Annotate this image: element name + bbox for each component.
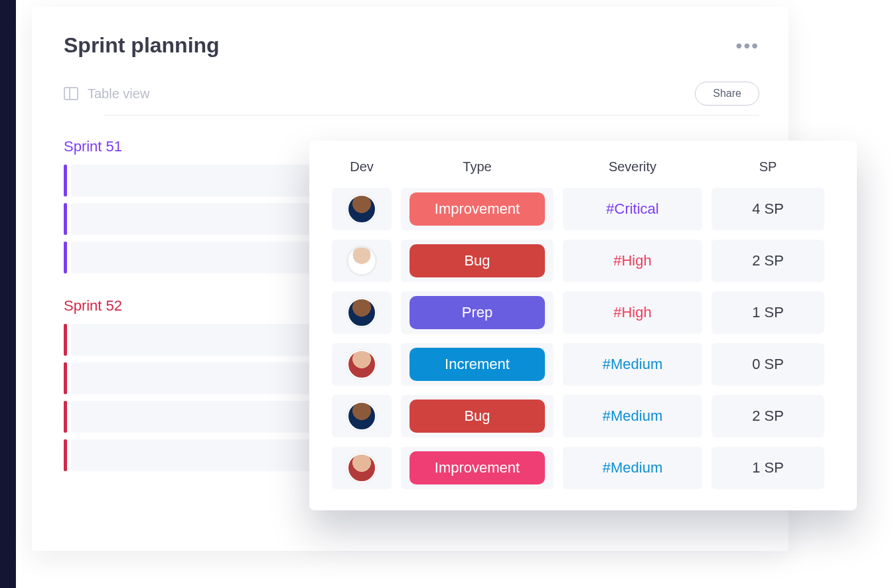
sp-cell[interactable]: 1 SP [711, 447, 824, 489]
type-cell[interactable]: Prep [401, 291, 554, 334]
avatar [347, 350, 376, 379]
row-accent [64, 362, 67, 394]
toolbar-divider [104, 115, 759, 115]
sp-value: 1 SP [752, 304, 784, 321]
panel-header: Sprint planning ••• [64, 33, 759, 58]
avatar [347, 246, 376, 275]
row-accent [64, 242, 67, 273]
sp-cell[interactable]: 2 SP [711, 395, 824, 437]
sp-value: 1 SP [752, 459, 784, 477]
sp-cell[interactable]: 0 SP [711, 343, 824, 386]
dev-cell[interactable] [332, 240, 392, 282]
severity-cell[interactable]: #Medium [563, 395, 702, 437]
severity-cell[interactable]: #High [563, 291, 702, 334]
row-accent [64, 401, 67, 433]
type-pill: Bug [410, 244, 545, 277]
more-menu-icon[interactable]: ••• [736, 35, 759, 56]
avatar [347, 453, 376, 482]
avatar [347, 194, 376, 224]
row-accent [64, 165, 67, 196]
type-cell[interactable]: Bug [401, 395, 554, 437]
type-pill: Improvement [410, 192, 545, 225]
severity-tag: #High [613, 252, 651, 269]
left-nav-strip [0, 0, 16, 588]
task-table: DevTypeSeveritySPImprovement#Critical4 S… [332, 159, 834, 489]
sp-value: 2 SP [752, 252, 784, 269]
column-header: Dev [332, 159, 392, 179]
type-cell[interactable]: Bug [401, 240, 554, 282]
type-pill: Bug [410, 400, 545, 432]
severity-cell[interactable]: #High [563, 240, 702, 282]
type-pill: Improvement [410, 451, 545, 484]
severity-cell[interactable]: #Critical [563, 188, 702, 230]
severity-cell[interactable]: #Medium [563, 447, 702, 489]
dev-cell[interactable] [332, 343, 392, 386]
dev-cell[interactable] [332, 395, 392, 437]
type-cell[interactable]: Improvement [401, 188, 554, 230]
page-title: Sprint planning [64, 33, 220, 58]
share-button[interactable]: Share [695, 82, 759, 106]
type-cell[interactable]: Increment [401, 343, 554, 386]
view-label: Table view [88, 86, 149, 102]
column-header: SP [711, 159, 824, 179]
severity-tag: #Medium [603, 356, 662, 373]
toolbar: Table view Share [64, 82, 759, 106]
severity-tag: #High [613, 304, 651, 321]
dev-cell[interactable] [332, 188, 392, 230]
sp-value: 0 SP [752, 356, 784, 373]
task-table-card: DevTypeSeveritySPImprovement#Critical4 S… [309, 141, 857, 510]
severity-tag: #Medium [603, 407, 662, 425]
table-view-icon [64, 87, 78, 100]
avatar [347, 402, 376, 431]
avatar [347, 298, 376, 327]
sp-value: 4 SP [752, 200, 784, 218]
severity-tag: #Critical [606, 200, 658, 218]
dev-cell[interactable] [332, 447, 392, 489]
row-accent [64, 324, 67, 356]
severity-tag: #Medium [603, 459, 662, 477]
column-header: Type [401, 159, 554, 179]
type-cell[interactable]: Improvement [401, 447, 554, 489]
column-header: Severity [563, 159, 702, 179]
sp-cell[interactable]: 4 SP [711, 188, 824, 230]
row-accent [64, 439, 67, 471]
sp-value: 2 SP [752, 407, 784, 425]
row-accent [64, 203, 67, 235]
sp-cell[interactable]: 1 SP [711, 291, 824, 334]
type-pill: Prep [410, 296, 545, 329]
dev-cell[interactable] [332, 291, 392, 334]
severity-cell[interactable]: #Medium [563, 343, 702, 386]
view-switch[interactable]: Table view [64, 86, 149, 102]
sp-cell[interactable]: 2 SP [711, 240, 824, 282]
type-pill: Increment [410, 348, 545, 380]
